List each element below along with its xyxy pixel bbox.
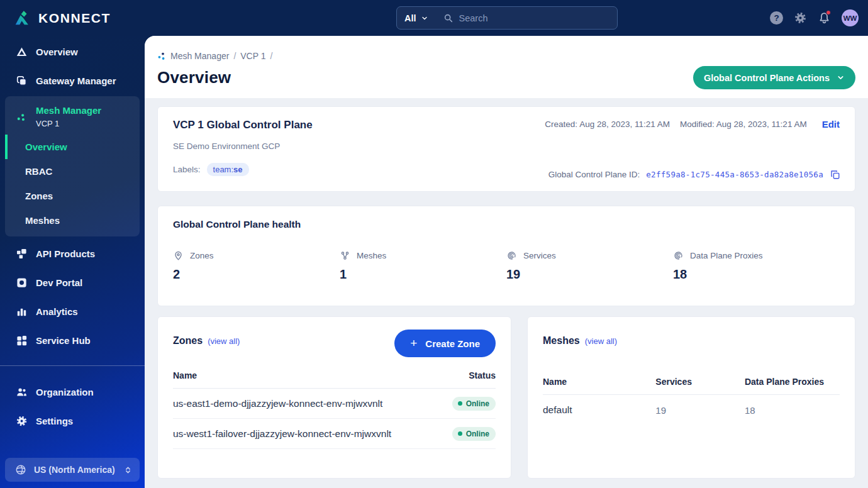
edit-link[interactable]: Edit: [822, 119, 840, 130]
global-control-plane-actions-button[interactable]: Global Control Plane Actions: [693, 66, 855, 89]
sidebar-item-gateway-manager[interactable]: Gateway Manager: [0, 66, 145, 95]
sidebar-item-dev-portal[interactable]: Dev Portal: [0, 268, 145, 297]
breadcrumb-dots-icon: [157, 52, 166, 60]
mesh-manager-panel: Mesh Manager VCP 1 Overview RBAC Zones M…: [5, 96, 140, 236]
metric-label: Zones: [190, 251, 214, 260]
control-plane-name: VCP 1: [36, 119, 101, 128]
copy-icon[interactable]: [830, 169, 840, 179]
metric-services: Services 19: [506, 250, 673, 282]
service-spiral-icon: [673, 250, 684, 261]
settings-gear-button[interactable]: [794, 11, 807, 25]
control-plane-info-card: VCP 1 Global Control Plane SE Demo Envir…: [157, 106, 855, 192]
sidebar-subitem-zones[interactable]: Zones: [5, 184, 140, 208]
meshes-view-all-link[interactable]: (view all): [585, 336, 617, 346]
labels-label: Labels:: [173, 165, 201, 174]
sidebar-item-settings[interactable]: Settings: [0, 406, 145, 435]
help-button[interactable]: ?: [770, 11, 783, 25]
control-plane-title: VCP 1 Global Control Plane: [173, 119, 313, 131]
service-spiral-icon: [506, 250, 517, 261]
mesh-manager-label: Mesh Manager: [36, 105, 101, 116]
chevron-down-icon: [837, 74, 845, 82]
region-selector[interactable]: US (North America): [5, 458, 140, 482]
breadcrumb-mesh-manager[interactable]: Mesh Manager: [170, 51, 229, 61]
metric-label: Meshes: [357, 251, 386, 260]
meshes-card: Meshes (view all) Name Services Data Pla…: [527, 316, 855, 479]
sidebar-item-organization[interactable]: Organization: [0, 377, 145, 406]
plus-icon: +: [410, 336, 417, 350]
online-dot-icon: [458, 431, 462, 436]
metric-value: 19: [506, 267, 673, 282]
metric-zones: Zones 2: [173, 250, 340, 282]
control-plane-id-value[interactable]: e2ff59a8-1c75-445a-8653-da82a8e1056a: [646, 170, 823, 179]
question-mark-icon: ?: [774, 13, 779, 23]
online-dot-icon: [458, 401, 462, 406]
breadcrumb: Mesh Manager / VCP 1 /: [157, 51, 855, 61]
gateway-manager-icon: [16, 75, 28, 87]
sidebar-item-service-hub[interactable]: Service Hub: [0, 326, 145, 355]
search-icon: [443, 13, 453, 23]
overview-triangle-icon: [16, 46, 28, 58]
settings-gear-icon: [16, 415, 28, 427]
mesh-manager-dots-icon: [16, 105, 28, 123]
zone-name[interactable]: us-west1-failover-djjazzyjew-konnect-env…: [173, 428, 445, 440]
sidebar: Overview Gateway Manager Mesh Manager VC…: [0, 36, 145, 488]
dev-portal-icon: [16, 277, 28, 289]
sidebar-item-overview[interactable]: Overview: [0, 37, 145, 66]
meshes-card-title: Meshes: [543, 335, 580, 347]
service-hub-grid-icon: [16, 335, 28, 347]
konnect-logo[interactable]: KONNECT: [13, 0, 111, 36]
chevron-down-icon: [421, 14, 428, 22]
metric-value: 1: [340, 267, 506, 282]
sidebar-subitem-rbac[interactable]: RBAC: [5, 159, 140, 184]
zones-table-header: Name Status: [173, 370, 496, 389]
status-badge: Online: [452, 427, 496, 441]
main-content: Mesh Manager / VCP 1 / Overview Global C…: [145, 36, 868, 488]
zone-name[interactable]: us-east1-demo-djjazzyjew-konnect-env-mjw…: [173, 398, 445, 409]
metric-value: 18: [673, 267, 840, 282]
health-card: Global Control Plane health Zones 2: [157, 206, 855, 306]
mesh-name[interactable]: default: [543, 404, 655, 416]
metric-label: Data Plane Proxies: [690, 251, 763, 260]
konnect-logo-icon: [13, 9, 31, 28]
health-card-title: Global Control Plane health: [173, 219, 840, 230]
brand-wordmark: KONNECT: [38, 11, 111, 26]
region-label: US (North America): [34, 465, 115, 475]
control-plane-description: SE Demo Environment GCP: [173, 141, 313, 151]
create-zone-button[interactable]: + Create Zone: [394, 330, 496, 357]
updown-chevrons-icon: [124, 466, 132, 474]
notifications-bell-button[interactable]: [818, 11, 831, 25]
api-products-icon: [16, 248, 28, 260]
sidebar-item-api-products[interactable]: API Products: [0, 239, 145, 268]
mesh-table-row[interactable]: default 19 18: [543, 395, 840, 425]
metric-meshes: Meshes 1: [340, 250, 506, 282]
modified-timestamp: Modified: Aug 28, 2023, 11:21 AM: [680, 119, 807, 129]
globe-icon: [15, 464, 26, 475]
sidebar-item-analytics[interactable]: Analytics: [0, 297, 145, 326]
metric-value: 2: [173, 267, 340, 282]
label-badge-team-se[interactable]: team:se: [207, 163, 249, 176]
breadcrumb-control-plane[interactable]: VCP 1: [240, 51, 265, 61]
mesh-network-icon: [340, 250, 350, 261]
meshes-table-header: Name Services Data Plane Proxies: [543, 377, 840, 395]
sidebar-subitem-meshes[interactable]: Meshes: [5, 208, 140, 233]
sidebar-item-mesh-manager[interactable]: Mesh Manager VCP 1: [5, 96, 140, 135]
page-title: Overview: [157, 68, 231, 87]
analytics-bars-icon: [16, 306, 28, 318]
zones-card: Zones (view all) + Create Zone Name Stat…: [157, 316, 511, 479]
zone-table-row[interactable]: us-west1-failover-djjazzyjew-konnect-env…: [173, 419, 496, 449]
page-header: Mesh Manager / VCP 1 / Overview Global C…: [145, 36, 868, 98]
zones-card-title: Zones: [173, 335, 203, 347]
sidebar-divider: [0, 365, 145, 366]
sidebar-subitem-overview[interactable]: Overview: [5, 135, 140, 159]
control-plane-id-label: Global Control Plane ID:: [548, 170, 640, 179]
zone-table-row[interactable]: us-east1-demo-djjazzyjew-konnect-env-mjw…: [173, 389, 496, 419]
created-timestamp: Created: Aug 28, 2023, 11:21 AM: [545, 119, 670, 129]
user-avatar[interactable]: WW: [842, 9, 859, 26]
search-scope-dropdown[interactable]: All: [404, 13, 428, 23]
metric-data-plane-proxies: Data Plane Proxies 18: [673, 250, 840, 282]
mesh-proxies-count: 18: [745, 405, 840, 416]
zones-view-all-link[interactable]: (view all): [208, 336, 240, 346]
search-input[interactable]: Search: [459, 13, 488, 23]
mesh-services-count: 19: [655, 405, 745, 416]
global-search[interactable]: All Search: [396, 6, 618, 30]
